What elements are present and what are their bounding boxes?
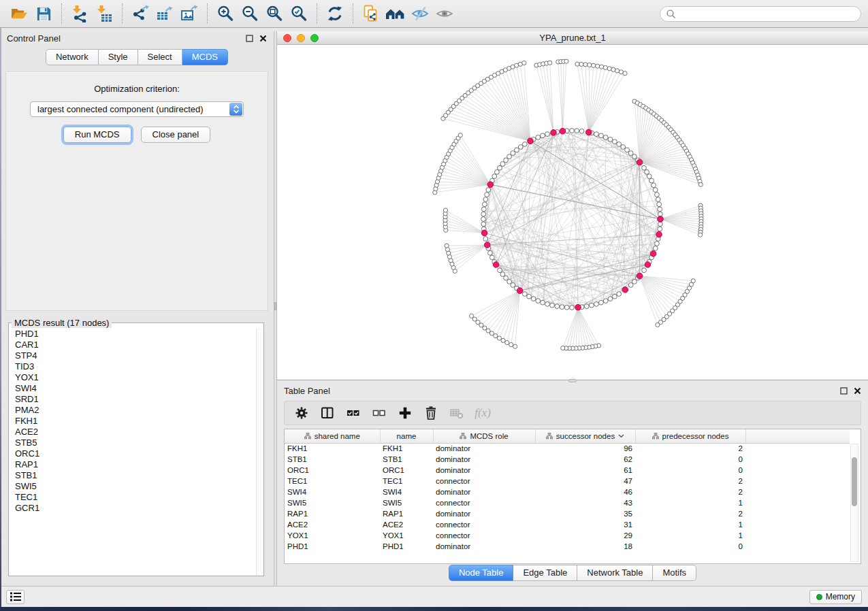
cell[interactable]: STB1 (285, 454, 380, 465)
zoom-fit-content-button[interactable] (262, 1, 287, 26)
cell[interactable]: 29 (535, 530, 635, 541)
cell[interactable]: TEC1 (380, 476, 433, 486)
cell[interactable]: connector (433, 476, 535, 486)
cell[interactable]: 1 (635, 497, 745, 508)
column-header-name[interactable]: name (380, 429, 433, 443)
table-row[interactable]: PHD1PHD1dominator180 (285, 541, 850, 552)
cell[interactable]: STB1 (380, 454, 433, 465)
tab-mcds[interactable]: MCDS (182, 49, 228, 65)
cell[interactable]: dominator (433, 443, 535, 454)
refresh-view-button[interactable] (323, 1, 347, 26)
mcds-result-item[interactable]: RAP1 (15, 459, 263, 470)
mcds-result-item[interactable]: TID3 (15, 361, 263, 372)
mcds-node[interactable] (528, 138, 534, 144)
table-row[interactable]: ACE2ACE2connector311 (285, 519, 850, 530)
mcds-node[interactable] (575, 304, 581, 310)
cell[interactable]: SWI5 (285, 497, 380, 508)
cell[interactable]: 2 (635, 443, 745, 454)
memory-button[interactable]: Memory (809, 590, 862, 604)
mcds-node[interactable] (551, 130, 557, 136)
mcds-node[interactable] (487, 182, 494, 188)
select-all-checkboxes-button[interactable] (340, 407, 366, 419)
table-row[interactable]: ORC1ORC1dominator610 (285, 465, 850, 476)
list-scrollbar-track[interactable] (256, 328, 263, 576)
cell[interactable]: connector (433, 519, 535, 530)
mcds-result-item[interactable]: STP4 (15, 350, 263, 361)
network-canvas[interactable] (277, 45, 868, 380)
mcds-result-item[interactable]: YOX1 (15, 372, 263, 383)
cell[interactable]: FKH1 (285, 443, 380, 454)
cell[interactable]: dominator (433, 465, 535, 476)
mcds-result-item[interactable]: GCR1 (15, 503, 263, 514)
task-history-button[interactable] (6, 590, 25, 604)
table-row[interactable]: STB1STB1dominator620 (285, 454, 850, 465)
column-header-predecessor-nodes[interactable]: predecessor nodes (635, 429, 745, 443)
export-network-button[interactable] (128, 1, 152, 26)
table-row[interactable]: SWI5SWI5connector431 (285, 497, 850, 508)
mcds-result-item[interactable]: ACE2 (15, 427, 263, 437)
cell[interactable]: RAP1 (380, 508, 433, 519)
cell[interactable]: ACE2 (380, 519, 433, 530)
mcds-result-item[interactable]: SWI4 (15, 383, 263, 394)
cell[interactable]: PHD1 (285, 541, 380, 552)
cell[interactable]: 61 (535, 465, 635, 476)
tab-style[interactable]: Style (99, 49, 138, 65)
cell[interactable]: 0 (635, 465, 745, 476)
float-panel-button[interactable] (246, 35, 253, 42)
mcds-result-item[interactable]: PHD1 (15, 329, 263, 340)
cell[interactable]: SWI4 (285, 486, 380, 497)
mcds-node[interactable] (637, 159, 643, 165)
mcds-node[interactable] (658, 216, 664, 222)
clear-all-checkboxes-button[interactable] (366, 407, 392, 419)
zoom-out-button[interactable] (238, 1, 262, 26)
cell[interactable]: 2 (635, 486, 745, 497)
mcds-result-list[interactable]: PHD1CAR1STP4TID3YOX1SWI4SRD1PMA2FKH1ACE2… (9, 328, 263, 576)
cell[interactable]: PHD1 (380, 541, 433, 552)
mcds-node[interactable] (560, 128, 566, 134)
mcds-result-item[interactable]: SWI5 (15, 481, 263, 492)
mcds-node[interactable] (656, 231, 662, 237)
table-options-button[interactable] (289, 406, 315, 420)
cell[interactable]: 31 (535, 519, 635, 530)
mcds-node[interactable] (637, 273, 643, 279)
mcds-node[interactable] (622, 287, 628, 293)
delete-columns-button[interactable] (418, 406, 444, 420)
import-table-button[interactable] (92, 1, 116, 26)
horizontal-splitter-grip[interactable] (568, 379, 577, 382)
cell[interactable]: ACE2 (285, 519, 380, 530)
cell[interactable]: 0 (635, 454, 745, 465)
mcds-result-item[interactable]: ORC1 (15, 448, 263, 459)
cell[interactable]: ORC1 (380, 465, 433, 476)
cell[interactable]: 96 (535, 443, 635, 454)
import-network-button[interactable] (67, 1, 92, 26)
mcds-node[interactable] (650, 250, 656, 257)
save-session-button[interactable] (31, 1, 56, 26)
table-row[interactable]: TEC1TEC1connector472 (285, 476, 850, 486)
mcds-result-item[interactable]: CAR1 (15, 340, 263, 350)
mcds-result-item[interactable]: FKH1 (15, 416, 263, 427)
mcds-result-item[interactable]: TEC1 (15, 492, 263, 503)
table-row[interactable]: RAP1RAP1dominator352 (285, 508, 850, 519)
table-scrollbar-track[interactable] (850, 444, 858, 562)
cell[interactable]: ORC1 (285, 465, 380, 476)
mcds-result-item[interactable]: SRD1 (15, 394, 263, 405)
cell[interactable]: dominator (433, 486, 535, 497)
cell[interactable]: connector (433, 497, 535, 508)
hide-selected-button[interactable] (408, 1, 432, 26)
tab-select[interactable]: Select (138, 49, 182, 65)
mcds-result-item[interactable]: STB5 (15, 437, 263, 448)
cell[interactable]: 35 (535, 508, 635, 519)
close-panel-button[interactable] (259, 35, 267, 42)
export-image-button[interactable] (177, 1, 202, 26)
cell[interactable]: YOX1 (285, 530, 380, 541)
run-mcds-button[interactable]: Run MCDS (63, 127, 131, 143)
close-mcds-panel-button[interactable]: Close panel (141, 127, 211, 143)
cell[interactable]: 1 (635, 519, 745, 530)
mcds-result-item[interactable]: PMA2 (15, 405, 263, 416)
cell[interactable]: SWI5 (380, 497, 433, 508)
cell[interactable]: YOX1 (380, 530, 433, 541)
tab-network[interactable]: Network (46, 49, 99, 65)
create-column-button[interactable] (392, 406, 418, 420)
table-row[interactable]: FKH1FKH1dominator962 (285, 443, 850, 454)
cell[interactable]: dominator (433, 454, 535, 465)
